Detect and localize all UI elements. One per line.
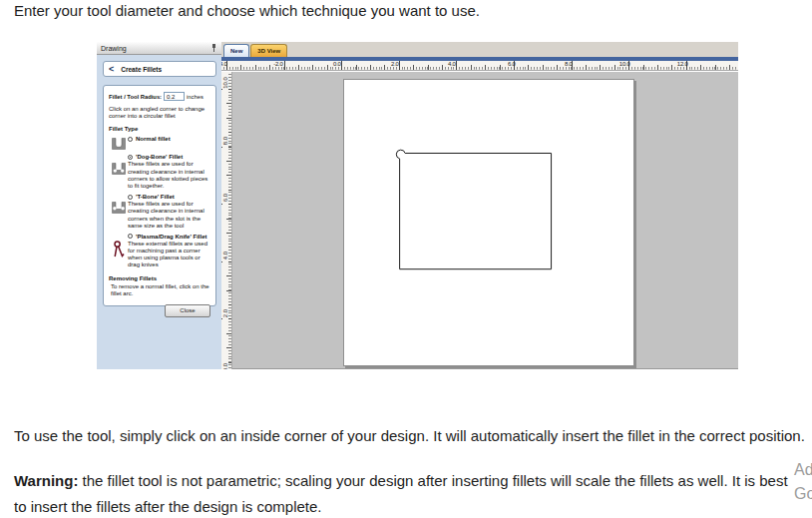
option-label: 'Dog-Bone' Fillet — [136, 154, 183, 160]
radius-units: inches — [187, 94, 203, 100]
panel-header: Drawing — [97, 42, 221, 55]
plasma-knife-icon — [113, 241, 125, 260]
create-fillets-header: < Create Fillets — [103, 61, 216, 77]
t-bone-fillet-icon — [112, 202, 126, 214]
h-ruler-label: -4.0 — [221, 61, 227, 67]
app-screenshot: Drawing < Create Fillets Fillet / Tool R… — [97, 42, 738, 369]
vertical-ruler: 10.08.06.04.02.00.0 — [221, 72, 232, 369]
warning-paragraph: Warning: the fillet tool is not parametr… — [14, 468, 790, 518]
warning-text: the fillet tool is not parametric; scali… — [14, 472, 788, 515]
view-area: New 3D View -4.0-2.00.02.04.06.08.010.01… — [221, 42, 738, 369]
fillet-hint: Click on an angled corner to change corn… — [109, 106, 211, 120]
dog-bone-fillet-icon — [112, 163, 126, 175]
radio-plasma-knife-fillet[interactable] — [128, 234, 133, 239]
fillet-option-t-bone[interactable]: 'T-Bone' Fillet These fillets are used f… — [109, 194, 211, 230]
radio-t-bone-fillet[interactable] — [128, 195, 133, 200]
cutoff-overlay-line1: Ad — [794, 461, 812, 479]
option-label: 'T-Bone' Fillet — [136, 194, 175, 200]
tab-new[interactable]: New — [223, 44, 249, 57]
removing-fillets-text: To remove a normal fillet, click on the … — [109, 283, 211, 297]
option-description: These external fillets are used for mach… — [128, 241, 211, 269]
view-tab-bar: New 3D View — [221, 42, 738, 57]
drawing-canvas[interactable] — [232, 72, 738, 369]
h-ruler-label: 12.0 — [677, 61, 688, 67]
v-ruler-label: 0.0 — [222, 355, 228, 369]
h-ruler-label: 8.0 — [565, 61, 573, 67]
drawing-panel: Drawing < Create Fillets Fillet / Tool R… — [97, 42, 221, 369]
h-ruler-label: 2.0 — [391, 61, 399, 67]
horizontal-ruler-ticks — [221, 61, 738, 70]
v-ruler-label: 8.0 — [222, 129, 228, 153]
cutoff-overlay-line2: Go — [794, 485, 812, 503]
v-ruler-label: 10.0 — [222, 72, 228, 95]
fillet-type-label: Fillet Type — [109, 126, 211, 132]
intro-text: Enter your tool diameter and choose whic… — [14, 2, 480, 19]
close-button[interactable]: Close — [165, 304, 210, 317]
job-page[interactable] — [343, 79, 634, 366]
h-ruler-label: 6.0 — [508, 61, 516, 67]
fillet-option-plasma-knife[interactable]: 'Plasma/Drag Knife' Fillet These externa… — [109, 234, 211, 269]
fillet-tool-form: Fillet / Tool Radius: 0.2 inches Click o… — [103, 85, 216, 306]
option-description: These fillets are used for creating clea… — [128, 161, 211, 190]
option-description: These fillets are used for creating clea… — [128, 201, 211, 230]
normal-fillet-icon — [112, 138, 126, 150]
removing-fillets-title: Removing Fillets — [109, 275, 211, 281]
back-chevron-icon[interactable]: < — [109, 65, 114, 74]
h-ruler-label: 10.0 — [619, 61, 630, 67]
h-ruler-label: -2.0 — [273, 61, 283, 67]
v-ruler-label: 4.0 — [222, 244, 228, 267]
horizontal-ruler: -4.0-2.00.02.04.06.08.010.012.0 — [221, 61, 738, 71]
tab-3d-view[interactable]: 3D View — [250, 44, 287, 57]
fillet-option-normal[interactable]: Normal fillet — [109, 136, 211, 150]
design-rectangle-with-fillet[interactable] — [344, 80, 633, 365]
create-fillets-title: Create Fillets — [121, 66, 162, 73]
option-label: Normal fillet — [136, 136, 171, 142]
warning-label: Warning: — [14, 472, 78, 489]
usage-text: To use the tool, simply click on an insi… — [14, 427, 805, 444]
radio-normal-fillet[interactable] — [128, 137, 133, 142]
panel-title: Drawing — [101, 45, 127, 52]
h-ruler-label: 0.0 — [333, 61, 341, 67]
pin-icon[interactable] — [210, 44, 217, 52]
option-label: 'Plasma/Drag Knife' Fillet — [136, 234, 207, 240]
h-ruler-label: 4.0 — [448, 61, 456, 67]
v-ruler-label: 2.0 — [222, 301, 228, 325]
v-ruler-label: 6.0 — [222, 186, 228, 210]
radio-dog-bone-fillet[interactable] — [128, 155, 133, 160]
radius-input[interactable]: 0.2 — [164, 92, 185, 101]
radius-label: Fillet / Tool Radius: — [109, 94, 162, 100]
fillet-option-dog-bone[interactable]: 'Dog-Bone' Fillet These fillets are used… — [109, 154, 211, 190]
